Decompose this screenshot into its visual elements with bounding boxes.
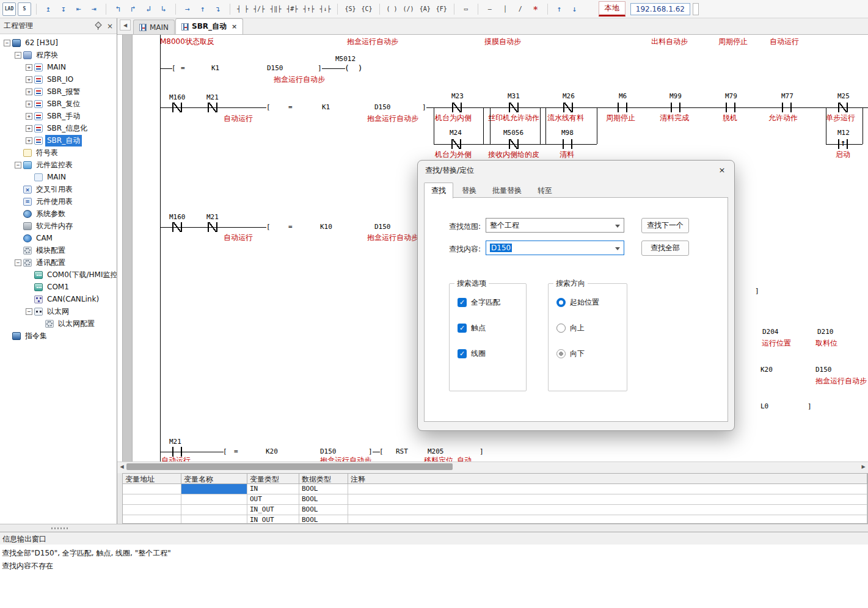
close-icon[interactable]: × (232, 23, 237, 31)
checkbox-checked-icon[interactable]: ✓ (458, 298, 467, 307)
tree-item-MAIN[interactable]: MAIN (0, 171, 117, 183)
contact-nc[interactable] (507, 103, 520, 112)
checkbox-checked-icon[interactable]: ✓ (458, 349, 467, 358)
device-label[interactable]: = (234, 447, 238, 455)
local-mode-button[interactable]: 本地 (599, 1, 625, 16)
comment-button[interactable]: ▭ (459, 2, 473, 16)
move-down-button[interactable]: ↓ (568, 2, 582, 16)
scope-combobox[interactable]: 整个工程 (486, 218, 624, 233)
find-next-button[interactable]: 查找下一个 (641, 218, 689, 233)
tab-MAIN[interactable]: MAIN (133, 20, 175, 34)
rung-up-button[interactable]: ↲ (142, 2, 155, 16)
delete-line-button[interactable]: * (529, 2, 542, 16)
device-label[interactable]: M23 (451, 92, 464, 100)
device-label[interactable]: D150 (374, 103, 391, 111)
device-label[interactable]: = (288, 223, 293, 231)
tree-item-SBR_IO[interactable]: +SBR_IO (0, 73, 117, 85)
device-label[interactable]: K10 (320, 223, 332, 231)
tree-item-元件监控表[interactable]: −元件监控表 (0, 159, 117, 171)
plc-ip-field[interactable]: 192.168.1.62 (630, 3, 690, 15)
device-label[interactable]: M6 (619, 92, 627, 100)
tree-item-SBR_复位[interactable]: +SBR_复位 (0, 98, 117, 110)
column-header-变量名称[interactable]: 变量名称 (181, 474, 247, 484)
scrollbar-thumb[interactable] (126, 463, 453, 470)
contact-no[interactable] (724, 103, 737, 112)
contact-nc[interactable] (836, 103, 850, 112)
dialog-tab-查找[interactable]: 查找 (424, 183, 453, 198)
table-cell[interactable] (123, 515, 181, 524)
table-cell[interactable] (181, 505, 247, 515)
contact-rising[interactable]: ↑ (836, 139, 850, 149)
device-label[interactable]: D150 (374, 223, 391, 231)
device-label[interactable]: [ (379, 447, 384, 455)
device-label[interactable]: D150 (815, 366, 832, 374)
device-label[interactable]: M79 (725, 92, 737, 100)
tree-item-CAM[interactable]: CAM (0, 232, 117, 244)
tree-item-软元件内存[interactable]: 软元件内存 (0, 220, 117, 232)
expander-icon[interactable]: − (26, 308, 32, 315)
contact-nc[interactable] (507, 139, 520, 149)
find-combobox[interactable]: D150 (486, 241, 624, 255)
device-label[interactable]: M98 (561, 129, 574, 137)
horizontal-line-button[interactable]: — (483, 2, 497, 16)
radio-icon[interactable] (556, 298, 566, 307)
ladder-view-button[interactable]: LAD (2, 2, 16, 16)
device-label[interactable]: D150 (320, 447, 337, 455)
table-cell[interactable]: BOOL (299, 515, 348, 524)
device-label[interactable]: K20 (266, 447, 278, 455)
table-cell[interactable] (348, 515, 867, 524)
tree-item-CAN(CANLink)[interactable]: CAN(CANLink) (0, 293, 117, 305)
compare-instruction-button[interactable]: {C} (359, 2, 374, 16)
device-label[interactable]: = (288, 103, 293, 111)
device-label[interactable]: M5012 (335, 55, 356, 63)
tree-item-MAIN[interactable]: +MAIN (0, 61, 117, 73)
expander-icon[interactable]: + (26, 125, 32, 132)
column-header-注释[interactable]: 注释 (348, 474, 867, 484)
inverted-coil-button[interactable]: (/) (401, 2, 416, 16)
tab-SBR_自动[interactable]: SBR_自动× (175, 18, 243, 34)
tree-item-交叉引用表[interactable]: 交叉引用表 (0, 183, 117, 195)
table-cell[interactable] (123, 494, 181, 505)
direction-向下[interactable]: 向下 (556, 349, 585, 359)
device-label[interactable]: M77 (781, 92, 793, 100)
checkbox-checked-icon[interactable]: ✓ (458, 324, 467, 333)
delete-row-button[interactable]: ↧ (57, 2, 70, 16)
device-label[interactable]: ] (808, 402, 812, 410)
branch-open-button[interactable]: ↰ (111, 2, 125, 16)
expander-icon[interactable]: − (15, 162, 21, 168)
table-cell[interactable]: BOOL (299, 494, 348, 505)
device-label[interactable]: D204 (762, 328, 779, 336)
application-instruction-button[interactable]: {A} (418, 2, 432, 16)
device-label[interactable]: M25 (837, 92, 850, 100)
panel-splitter[interactable] (0, 524, 868, 532)
device-label[interactable]: ] (755, 287, 759, 295)
set-instruction-button[interactable]: {S} (343, 2, 357, 16)
wire-bend-button[interactable]: ↴ (211, 2, 225, 16)
tree-item-以太网[interactable]: −以太网 (0, 305, 117, 317)
tree-item-COM1[interactable]: COM1 (0, 281, 117, 293)
contact-nc[interactable] (450, 139, 463, 149)
find-all-button[interactable]: 查找全部 (641, 241, 689, 256)
column-header-变量地址[interactable]: 变量地址 (123, 474, 181, 484)
tree-item-SBR_手动[interactable]: +SBR_手动 (0, 110, 117, 122)
device-label[interactable]: [ (266, 223, 271, 231)
device-label[interactable]: M5056 (503, 129, 523, 137)
chevron-down-icon[interactable] (615, 225, 620, 228)
expander-icon[interactable]: + (26, 76, 32, 83)
table-cell[interactable] (348, 484, 867, 494)
table-cell[interactable]: IN_OUT (247, 505, 299, 515)
tree-item-COM0(下载/HMI监控)[interactable]: COM0(下载/HMI监控) (0, 269, 117, 281)
contact-rising-button[interactable]: ┤↑├ (301, 2, 316, 16)
wire-up-button[interactable]: ↑ (196, 2, 210, 16)
expander-icon[interactable]: − (15, 259, 21, 266)
dialog-tab-替换[interactable]: 替换 (454, 183, 484, 198)
expander-icon[interactable]: + (26, 64, 32, 71)
splitter-handle[interactable] (51, 527, 70, 529)
device-label[interactable]: M21 (206, 93, 219, 101)
table-cell[interactable] (123, 484, 181, 494)
expander-icon[interactable]: − (15, 52, 21, 59)
device-label[interactable]: = (181, 64, 185, 72)
device-label[interactable]: [ (172, 64, 176, 72)
table-cell[interactable] (348, 505, 867, 515)
tree-item-程序块[interactable]: −程序块 (0, 49, 117, 61)
